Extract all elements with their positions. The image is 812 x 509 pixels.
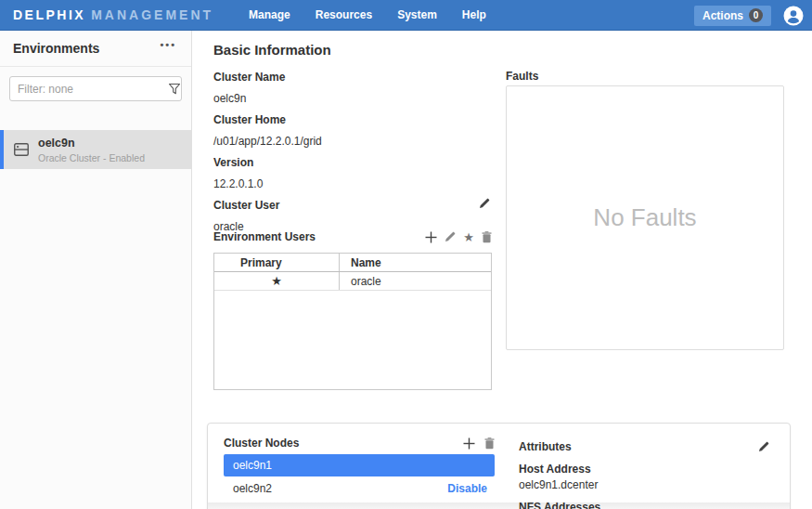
column-header-name: Name bbox=[340, 254, 491, 271]
cluster-nodes-card: Cluster Nodes bbox=[207, 423, 791, 509]
cluster-environment-icon bbox=[14, 143, 29, 156]
filter-input[interactable] bbox=[10, 83, 169, 96]
delete-user-trash-icon[interactable] bbox=[482, 231, 492, 243]
node-row-oelc9n1[interactable]: oelc9n1 bbox=[224, 454, 495, 476]
page-title: Basic Information bbox=[213, 42, 331, 58]
field-label: Version bbox=[213, 148, 492, 169]
cluster-nodes-toolbar bbox=[463, 437, 495, 450]
actions-count-badge: 0 bbox=[749, 8, 763, 22]
cluster-node-list: oelc9n1 oelc9n2 Disable bbox=[224, 454, 495, 501]
field-cluster-home: Cluster Home /u01/app/12.2.0.1/grid bbox=[213, 105, 492, 148]
nav-item-help[interactable]: Help bbox=[462, 0, 486, 31]
no-faults-text: No Faults bbox=[593, 203, 696, 232]
node-row-oelc9n2[interactable]: oelc9n2 Disable bbox=[224, 477, 495, 500]
brand-logo: DELPHIXMANAGEMENT bbox=[13, 7, 213, 23]
field-value: oelc9n bbox=[213, 84, 492, 105]
top-nav: DELPHIXMANAGEMENT Manage Resources Syste… bbox=[0, 0, 812, 31]
actions-button-label: Actions bbox=[702, 9, 743, 22]
edit-attributes-pencil-icon[interactable] bbox=[758, 441, 769, 452]
column-header-primary: Primary bbox=[214, 254, 340, 271]
environment-users-table: Primary Name ★ oracle bbox=[213, 253, 492, 390]
env-item-text: oelc9n Oracle Cluster - Enabled bbox=[38, 137, 145, 163]
disable-node-link[interactable]: Disable bbox=[447, 482, 487, 495]
field-label: Cluster User bbox=[213, 190, 492, 212]
filter-funnel-icon[interactable] bbox=[169, 84, 180, 95]
environment-users-title: Environment Users bbox=[213, 230, 316, 243]
env-item-name: oelc9n bbox=[38, 137, 145, 150]
attributes-panel: Attributes Host Address oelc9n1.dcenter … bbox=[519, 440, 769, 509]
actions-button[interactable]: Actions 0 bbox=[694, 6, 771, 26]
edit-user-pencil-icon[interactable] bbox=[445, 231, 456, 242]
nav-item-manage[interactable]: Manage bbox=[249, 0, 290, 31]
basic-information-fields: Cluster Name oelc9n Cluster Home /u01/ap… bbox=[213, 62, 492, 233]
sidebar-item-oelc9n[interactable]: oelc9n Oracle Cluster - Enabled bbox=[0, 130, 191, 169]
faults-panel: No Faults bbox=[506, 85, 784, 350]
field-version: Version 12.2.0.1.0 bbox=[213, 148, 492, 190]
node-name: oelc9n1 bbox=[233, 459, 272, 472]
field-value: /u01/app/12.2.0.1/grid bbox=[213, 126, 492, 148]
attributes-title: Attributes bbox=[519, 440, 572, 453]
user-name-cell: oracle bbox=[340, 272, 491, 290]
users-table-header: Primary Name bbox=[214, 254, 491, 272]
delete-node-trash-icon[interactable] bbox=[484, 437, 495, 450]
nav-item-resources[interactable]: Resources bbox=[316, 0, 372, 31]
field-label: Cluster Home bbox=[213, 105, 492, 126]
host-address-value: oelc9n1.dcenter bbox=[519, 476, 769, 491]
cluster-nodes-header: Cluster Nodes bbox=[224, 437, 495, 450]
user-avatar-icon[interactable] bbox=[783, 6, 804, 26]
add-node-plus-icon[interactable] bbox=[463, 437, 475, 450]
edit-cluster-user-pencil-icon[interactable] bbox=[479, 198, 490, 209]
add-user-plus-icon[interactable] bbox=[425, 231, 437, 243]
sidebar-title: Environments bbox=[13, 41, 99, 56]
field-value: 12.2.0.1.0 bbox=[213, 169, 492, 190]
environments-sidebar: Environments ••• oelc9n Oracle Clust bbox=[0, 31, 192, 509]
environment-users-header: Environment Users ★ bbox=[213, 230, 492, 243]
overflow-menu-icon[interactable]: ••• bbox=[160, 39, 176, 50]
nav-right-controls: Actions 0 bbox=[694, 0, 804, 31]
delphix-management-window: DELPHIXMANAGEMENT Manage Resources Syste… bbox=[0, 0, 812, 509]
users-table-row[interactable]: ★ oracle bbox=[214, 272, 491, 291]
faults-title: Faults bbox=[506, 70, 538, 83]
environment-users-toolbar: ★ bbox=[425, 231, 492, 243]
set-primary-star-icon[interactable]: ★ bbox=[463, 231, 474, 243]
main-content: Basic Information Cluster Name oelc9n Cl… bbox=[192, 31, 812, 509]
nav-item-system[interactable]: System bbox=[397, 0, 437, 31]
environment-filter bbox=[9, 76, 182, 101]
host-address-label: Host Address bbox=[519, 453, 769, 476]
env-item-status: Oracle Cluster - Enabled bbox=[38, 152, 145, 163]
sidebar-header: Environments ••• bbox=[0, 31, 191, 67]
field-cluster-name: Cluster Name oelc9n bbox=[213, 62, 492, 105]
primary-star-cell: ★ bbox=[214, 272, 340, 290]
nav-menu: Manage Resources System Help bbox=[249, 0, 486, 31]
field-label: Cluster Name bbox=[213, 62, 492, 84]
cluster-nodes-title: Cluster Nodes bbox=[224, 437, 299, 450]
brand-secondary: MANAGEMENT bbox=[91, 7, 213, 22]
brand-primary: DELPHIX bbox=[13, 7, 85, 22]
nfs-addresses-label: NFS Addresses bbox=[519, 491, 769, 509]
node-name: oelc9n2 bbox=[233, 482, 272, 495]
field-cluster-user: Cluster User oracle bbox=[213, 190, 492, 233]
attributes-header: Attributes bbox=[519, 440, 769, 453]
